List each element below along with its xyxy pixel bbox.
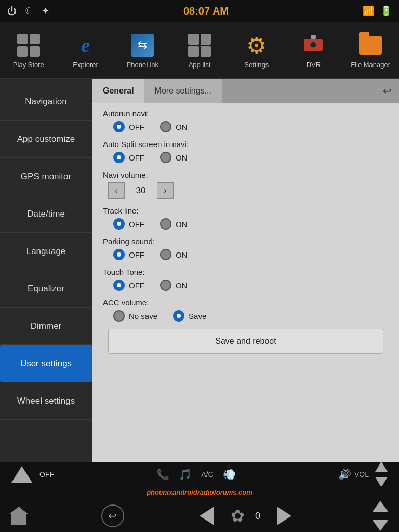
app-filemanager-label: File Manager <box>351 61 390 69</box>
settings-panel: Autorun navi: OFF ON Auto Split screen i… <box>92 103 399 462</box>
power-icon: ⏻ <box>7 6 17 17</box>
nav-up-button[interactable] <box>367 498 394 515</box>
top-nav-up-button[interactable] <box>8 461 35 488</box>
autorun-navi-off-radio[interactable] <box>113 121 125 132</box>
track-line-on-radio[interactable] <box>160 218 171 230</box>
acc-volume-save-radio[interactable] <box>173 310 184 322</box>
tab-general[interactable]: General <box>92 79 144 103</box>
navi-volume-control: ‹ 30 › <box>103 182 389 199</box>
app-settings[interactable]: ⚙ Settings <box>228 22 285 79</box>
media-next-button[interactable] <box>271 502 298 529</box>
acc-volume-save[interactable]: Save <box>173 310 206 322</box>
acc-volume-group: ACC volume: No save Save <box>103 298 389 322</box>
save-reboot-button[interactable]: Save and reboot <box>108 329 383 354</box>
back-button-bottom[interactable]: ↩ <box>101 504 124 527</box>
sidebar-item-date-time[interactable]: Date/time <box>0 195 92 233</box>
vol-up-button[interactable] <box>372 459 391 474</box>
acc-volume-nosave-radio[interactable] <box>113 310 125 322</box>
auto-split-off[interactable]: OFF <box>113 152 144 163</box>
fan-icon: ✿ <box>231 506 245 526</box>
parking-sound-off[interactable]: OFF <box>113 249 144 260</box>
app-explorer[interactable]: e Explorer <box>57 22 114 79</box>
parking-sound-on[interactable]: ON <box>160 249 188 260</box>
vol-up-icon <box>375 461 388 472</box>
sidebar-item-dimmer[interactable]: Dimmer <box>0 308 92 345</box>
acc-volume-label: ACC volume: <box>103 298 389 307</box>
watermark: phoenixandroidradioforums.com <box>147 488 252 496</box>
battery-icon: 🔋 <box>380 5 392 17</box>
touch-tone-options: OFF ON <box>103 280 389 291</box>
app-applist[interactable]: App list <box>171 22 228 79</box>
fan-bottom-icon: 💨 <box>223 468 236 481</box>
filemanager-icon <box>359 36 382 55</box>
autorun-navi-on-radio[interactable] <box>160 121 171 132</box>
navi-volume-group: Navi volume: ‹ 30 › <box>103 170 389 199</box>
navi-volume-label: Navi volume: <box>103 170 389 179</box>
autorun-navi-off[interactable]: OFF <box>113 121 144 132</box>
tabs-row: General More settings... ↩ <box>92 79 399 103</box>
back-arrow-icon: ↩ <box>108 510 117 522</box>
track-line-off-radio[interactable] <box>113 218 125 230</box>
sidebar-item-gps-monitor[interactable]: GPS monitor <box>0 158 92 195</box>
bottom-bar: OFF 📞 🎵 A/C 💨 🔊 VOL phoenixandroidradiof… <box>0 462 399 532</box>
auto-split-on[interactable]: ON <box>160 152 188 163</box>
vol-down-icon <box>375 477 388 487</box>
auto-split-off-radio[interactable] <box>113 152 125 163</box>
touch-tone-on[interactable]: ON <box>160 280 188 291</box>
app-phonelink[interactable]: ⇆ PhoneLink <box>114 22 171 79</box>
touch-tone-off-radio[interactable] <box>113 280 125 291</box>
track-line-off[interactable]: OFF <box>113 218 144 230</box>
phone-icon: 📞 <box>156 468 169 481</box>
bottom-status-left: OFF <box>8 461 54 488</box>
ac-label: A/C <box>201 470 213 478</box>
brightness-icon: ✦ <box>42 5 49 17</box>
sidebar-item-app-customize[interactable]: App customize <box>0 121 92 158</box>
auto-split-on-radio[interactable] <box>160 152 171 163</box>
vol-icon: 🔊 <box>338 468 351 481</box>
playstore-icon <box>17 34 40 57</box>
nav-down-button[interactable] <box>367 516 394 532</box>
next-icon <box>277 507 291 525</box>
vol-label: VOL <box>354 470 369 478</box>
auto-split-label: Auto Split screen in navi: <box>103 140 389 149</box>
acc-volume-options: No save Save <box>103 310 389 322</box>
autorun-navi-on[interactable]: ON <box>160 121 188 132</box>
bottom-top: OFF 📞 🎵 A/C 💨 🔊 VOL <box>0 462 399 486</box>
home-button[interactable] <box>5 502 32 529</box>
track-line-on[interactable]: ON <box>160 218 188 230</box>
auto-split-group: Auto Split screen in navi: OFF ON <box>103 140 389 163</box>
touch-tone-on-radio[interactable] <box>160 280 171 291</box>
parking-sound-on-radio[interactable] <box>160 249 171 260</box>
phonelink-icon: ⇆ <box>131 34 154 57</box>
status-bar: ⏻ ☾ ✦ 08:07 AM 📶 🔋 <box>0 0 399 22</box>
applist-icon <box>188 34 211 57</box>
sidebar-item-navigation[interactable]: Navigation <box>0 83 92 121</box>
sidebar-item-user-settings[interactable]: User settings <box>0 345 92 382</box>
app-play-store[interactable]: Play Store <box>0 22 57 79</box>
parking-sound-label: Parking sound: <box>103 237 389 246</box>
auto-split-options: OFF ON <box>103 152 389 163</box>
autorun-navi-group: Autorun navi: OFF ON <box>103 109 389 132</box>
acc-volume-nosave[interactable]: No save <box>113 310 157 322</box>
back-button[interactable]: ↩ <box>375 79 399 103</box>
track-line-label: Track line: <box>103 206 389 215</box>
vol-right: 🔊 VOL <box>338 459 391 489</box>
nav-down-icon <box>372 520 389 531</box>
sidebar-item-equalizer[interactable]: Equalizer <box>0 270 92 308</box>
moon-icon: ☾ <box>25 5 33 17</box>
navi-volume-increase[interactable]: › <box>157 182 174 199</box>
tab-more-settings[interactable]: More settings... <box>144 79 222 103</box>
status-icons-row: 📞 🎵 A/C 💨 <box>156 468 235 481</box>
status-time: 08:07 AM <box>183 5 229 17</box>
sidebar-item-wheel-settings[interactable]: Wheel settings <box>0 382 92 420</box>
app-dvr[interactable]: DVR <box>285 22 342 79</box>
parking-sound-off-radio[interactable] <box>113 249 125 260</box>
media-prev-button[interactable] <box>193 502 220 529</box>
sidebar-item-language[interactable]: Language <box>0 233 92 270</box>
center-controls: ✿ 0 <box>193 502 298 529</box>
main-content: Navigation App customize GPS monitor Dat… <box>0 79 399 462</box>
autorun-navi-options: OFF ON <box>103 121 389 132</box>
navi-volume-decrease[interactable]: ‹ <box>108 182 125 199</box>
touch-tone-off[interactable]: OFF <box>113 280 144 291</box>
app-filemanager[interactable]: File Manager <box>342 22 399 79</box>
